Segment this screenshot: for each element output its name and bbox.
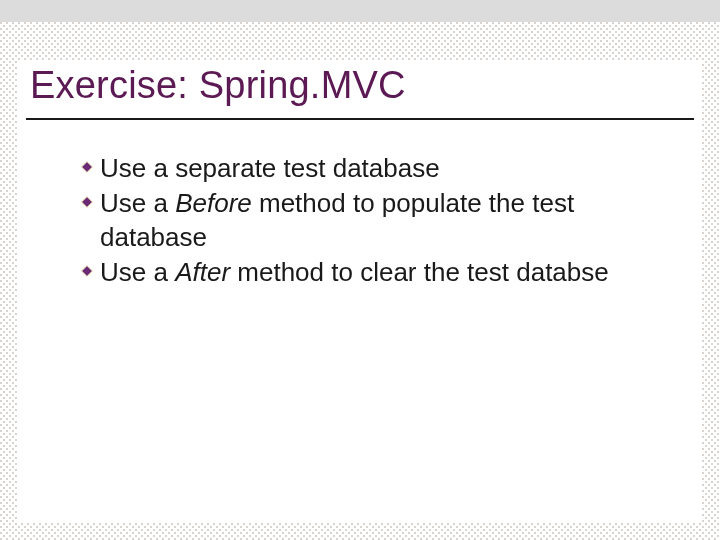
svg-rect-2 <box>82 197 93 208</box>
text-italic: Before <box>175 188 252 218</box>
diamond-bullet-icon <box>80 195 94 209</box>
list-item-text: Use a After method to clear the test dat… <box>100 256 660 289</box>
list-item: Use a After method to clear the test dat… <box>80 256 660 289</box>
svg-rect-0 <box>82 162 93 173</box>
window-top-bar <box>0 0 720 22</box>
diamond-bullet-icon <box>80 160 94 174</box>
list-item: Use a separate test database <box>80 152 660 185</box>
text-italic: After <box>175 257 230 287</box>
diamond-bullet-icon <box>80 264 94 278</box>
list-item: Use a Before method to populate the test… <box>80 187 660 254</box>
bullet-list: Use a separate test database Use a Befor… <box>80 152 660 291</box>
svg-rect-4 <box>82 265 93 276</box>
title-container: Exercise: Spring.MVC <box>26 60 694 120</box>
text-segment: Use a separate test database <box>100 153 440 183</box>
slide-title: Exercise: Spring.MVC <box>30 64 690 108</box>
text-segment: Use a <box>100 257 175 287</box>
text-segment: method to clear the test databse <box>230 257 609 287</box>
list-item-text: Use a separate test database <box>100 152 660 185</box>
slide-canvas: Exercise: Spring.MVC Use a separate test… <box>0 22 720 540</box>
text-segment: Use a <box>100 188 175 218</box>
list-item-text: Use a Before method to populate the test… <box>100 187 660 254</box>
